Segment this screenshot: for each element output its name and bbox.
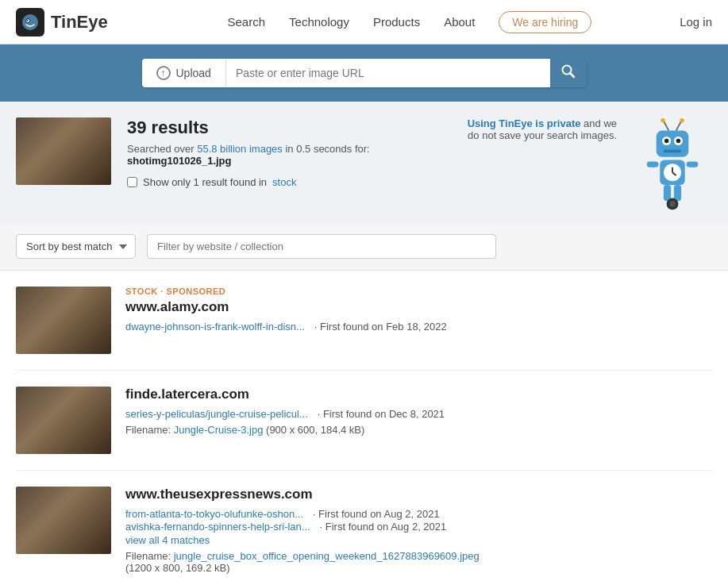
search-filename: shotimg101026_1.jpg — [127, 155, 232, 167]
svg-point-0 — [22, 14, 38, 30]
results-count: 39 results — [127, 117, 442, 138]
logo-text: TinEye — [51, 12, 108, 33]
privacy-box: Using TinEye is private and we do not sa… — [458, 117, 617, 141]
result-filename: Filename: Jungle-Cruise-3.jpg (900 x 600… — [125, 424, 712, 436]
result-info: www.theusexpressnews.com from-atlanta-to… — [125, 487, 712, 574]
svg-line-4 — [570, 73, 574, 77]
logo[interactable]: TinEye — [16, 8, 108, 37]
filter-input[interactable] — [147, 234, 496, 259]
filename-detail: (1200 x 800, 169.2 kB) — [125, 562, 230, 574]
sort-filter-bar: Sort by best match — [0, 223, 728, 271]
result-link-2[interactable]: avishka-fernando-spinners-help-sri-lan..… — [125, 521, 310, 533]
result-domain: finde.latercera.com — [125, 387, 712, 402]
robot-mascot — [633, 117, 712, 215]
query-thumbnail — [16, 117, 111, 185]
svg-line-5 — [664, 121, 668, 131]
result-filename: Filename: jungle_cruise_box_office_openi… — [125, 550, 712, 574]
upload-label: Upload — [176, 67, 211, 79]
filename-link[interactable]: jungle_cruise_box_office_opening_weekend… — [174, 550, 480, 562]
upload-button[interactable]: ↑ Upload — [142, 59, 226, 87]
result-link-row-1: from-atlanta-to-tokyo-olufunke-oshon... … — [125, 507, 712, 520]
svg-rect-14 — [664, 150, 681, 153]
result-link[interactable]: dwayne-johnson-is-frank-wolff-in-disn... — [125, 321, 305, 333]
result-info: finde.latercera.com series-y-peliculas/j… — [125, 387, 712, 454]
result-tags: STOCK · SPONSORED — [125, 287, 712, 296]
result-meta: · First found on Dec 8, 2021 — [318, 408, 445, 420]
stock-link[interactable]: stock — [272, 176, 296, 188]
result-link-1[interactable]: from-atlanta-to-tokyo-olufunke-oshon... — [125, 508, 303, 520]
svg-rect-20 — [687, 161, 699, 167]
result-info: STOCK · SPONSORED www.alamy.com dwayne-j… — [125, 287, 712, 354]
result-thumbnail — [16, 387, 111, 454]
hiring-button[interactable]: We are hiring — [499, 11, 591, 33]
login-link[interactable]: Log in — [680, 15, 712, 29]
results-header: 39 results Searched over 55.8 billion im… — [0, 102, 728, 223]
svg-point-8 — [680, 118, 684, 123]
navbar: TinEye Search Technology Products About … — [0, 0, 728, 44]
result-thumbnail — [16, 287, 111, 354]
search-section: ↑ Upload — [0, 44, 728, 102]
result-item: www.theusexpressnews.com from-atlanta-to… — [16, 471, 712, 581]
nav-technology[interactable]: Technology — [289, 15, 349, 29]
results-sub-pre: Searched over — [127, 143, 197, 155]
sort-select[interactable]: Sort by best match — [16, 234, 136, 259]
svg-point-24 — [669, 201, 675, 206]
svg-rect-21 — [664, 185, 671, 201]
nav-products[interactable]: Products — [373, 15, 420, 29]
navbar-links: Search Technology Products About We are … — [140, 11, 680, 33]
result-link[interactable]: series-y-peliculas/jungle-cruise-pelicul… — [125, 408, 308, 420]
search-bar: ↑ Upload — [142, 59, 587, 87]
svg-point-2 — [27, 19, 29, 21]
privacy-link[interactable]: Using TinEye is private — [468, 117, 581, 129]
svg-rect-22 — [674, 185, 681, 201]
view-all-link[interactable]: view all 4 matches — [125, 534, 712, 546]
result-item: STOCK · SPONSORED www.alamy.com dwayne-j… — [16, 271, 712, 371]
result-thumbnail — [16, 487, 111, 554]
stock-checkbox[interactable] — [127, 177, 137, 187]
stock-label: Show only 1 result found in — [143, 176, 267, 188]
svg-rect-9 — [657, 131, 689, 157]
result-meta-1: · First found on Aug 2, 2021 — [313, 508, 440, 520]
nav-about[interactable]: About — [444, 15, 475, 29]
result-item: finde.latercera.com series-y-peliculas/j… — [16, 371, 712, 471]
filename-link[interactable]: Jungle-Cruise-3.jpg — [174, 424, 264, 436]
svg-line-7 — [676, 121, 681, 131]
result-link-row: dwayne-johnson-is-frank-wolff-in-disn...… — [125, 320, 712, 333]
result-meta: · First found on Feb 18, 2022 — [314, 321, 447, 333]
svg-point-13 — [676, 139, 681, 144]
filename-detail: (900 x 600, 184.4 kB) — [266, 424, 364, 436]
results-sub-post: in 0.5 seconds for: — [283, 143, 370, 155]
results-list: STOCK · SPONSORED www.alamy.com dwayne-j… — [0, 271, 728, 581]
result-link-row: series-y-peliculas/jungle-cruise-pelicul… — [125, 407, 712, 420]
images-count-link[interactable]: 55.8 billion images — [197, 143, 283, 155]
search-button[interactable] — [550, 59, 587, 87]
result-domain: www.alamy.com — [125, 299, 712, 315]
logo-icon — [16, 8, 44, 37]
results-subtitle: Searched over 55.8 billion images in 0.5… — [127, 143, 442, 167]
result-domain: www.theusexpressnews.com — [125, 487, 712, 502]
svg-rect-19 — [647, 161, 659, 167]
upload-icon: ↑ — [156, 66, 171, 80]
nav-search[interactable]: Search — [228, 15, 266, 29]
result-link-row-2: avishka-fernando-spinners-help-sri-lan..… — [125, 520, 712, 533]
search-icon — [561, 64, 576, 79]
results-info: 39 results Searched over 55.8 billion im… — [127, 117, 442, 188]
stock-filter: Show only 1 result found in stock — [127, 176, 442, 188]
result-meta-2: · First found on Aug 2, 2021 — [320, 521, 447, 533]
svg-point-6 — [661, 118, 665, 123]
url-input[interactable] — [226, 59, 550, 87]
svg-point-11 — [664, 139, 669, 144]
